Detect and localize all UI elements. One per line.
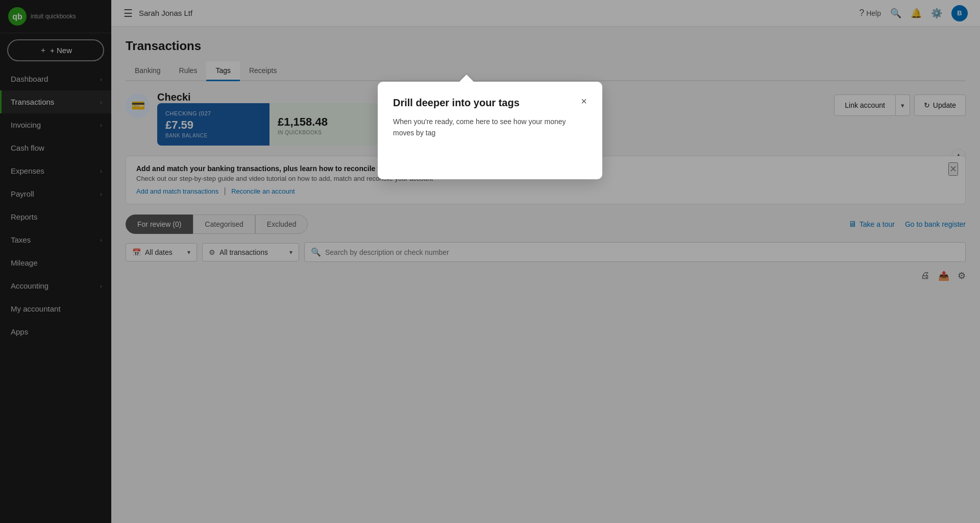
modal-close-button[interactable]: ×	[581, 96, 587, 106]
drill-deeper-modal: Drill deeper into your tags × When you'r…	[378, 82, 602, 179]
modal-title: Drill deeper into your tags	[393, 96, 520, 109]
modal-body: When you're ready, come here to see how …	[393, 116, 587, 138]
modal-header: Drill deeper into your tags ×	[393, 96, 587, 109]
modal-overlay: Drill deeper into your tags × When you'r…	[0, 0, 980, 523]
